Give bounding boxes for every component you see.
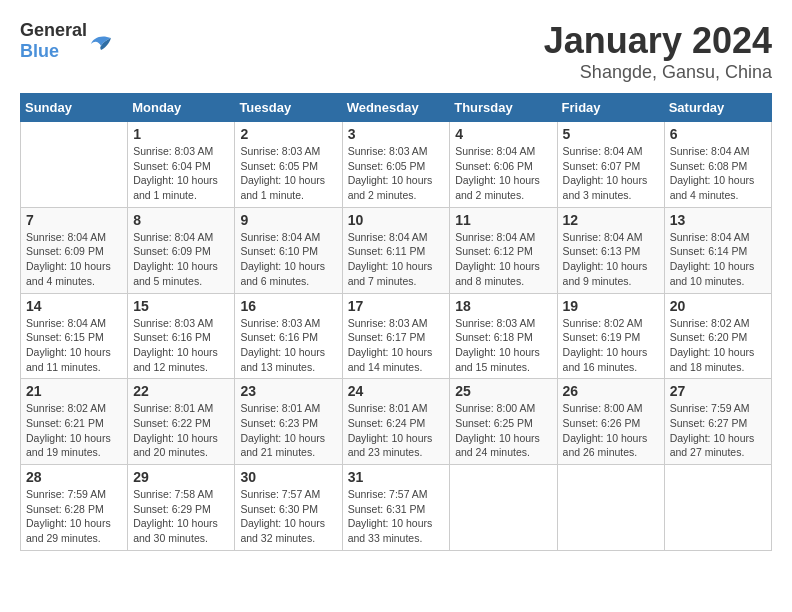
day-number: 17 (348, 298, 445, 314)
calendar-cell: 29Sunrise: 7:58 AM Sunset: 6:29 PM Dayli… (128, 465, 235, 551)
day-number: 27 (670, 383, 766, 399)
day-info: Sunrise: 8:03 AM Sunset: 6:16 PM Dayligh… (240, 316, 336, 375)
logo-bird-icon (87, 30, 115, 52)
logo-text: General Blue (20, 20, 87, 62)
day-number: 10 (348, 212, 445, 228)
day-info: Sunrise: 8:01 AM Sunset: 6:24 PM Dayligh… (348, 401, 445, 460)
calendar-cell: 6Sunrise: 8:04 AM Sunset: 6:08 PM Daylig… (664, 122, 771, 208)
weekday-header: Friday (557, 94, 664, 122)
calendar-cell: 27Sunrise: 7:59 AM Sunset: 6:27 PM Dayli… (664, 379, 771, 465)
day-info: Sunrise: 7:58 AM Sunset: 6:29 PM Dayligh… (133, 487, 229, 546)
calendar-cell: 14Sunrise: 8:04 AM Sunset: 6:15 PM Dayli… (21, 293, 128, 379)
calendar-cell: 7Sunrise: 8:04 AM Sunset: 6:09 PM Daylig… (21, 207, 128, 293)
calendar-header: SundayMondayTuesdayWednesdayThursdayFrid… (21, 94, 772, 122)
logo-general: General (20, 20, 87, 40)
day-number: 20 (670, 298, 766, 314)
day-info: Sunrise: 7:57 AM Sunset: 6:31 PM Dayligh… (348, 487, 445, 546)
page-title: January 2024 (544, 20, 772, 62)
day-info: Sunrise: 8:02 AM Sunset: 6:19 PM Dayligh… (563, 316, 659, 375)
calendar-cell: 11Sunrise: 8:04 AM Sunset: 6:12 PM Dayli… (450, 207, 557, 293)
calendar-cell: 15Sunrise: 8:03 AM Sunset: 6:16 PM Dayli… (128, 293, 235, 379)
calendar-cell: 3Sunrise: 8:03 AM Sunset: 6:05 PM Daylig… (342, 122, 450, 208)
day-info: Sunrise: 8:03 AM Sunset: 6:04 PM Dayligh… (133, 144, 229, 203)
calendar-cell: 9Sunrise: 8:04 AM Sunset: 6:10 PM Daylig… (235, 207, 342, 293)
day-info: Sunrise: 8:04 AM Sunset: 6:15 PM Dayligh… (26, 316, 122, 375)
day-info: Sunrise: 8:04 AM Sunset: 6:12 PM Dayligh… (455, 230, 551, 289)
day-number: 26 (563, 383, 659, 399)
title-area: January 2024 Shangde, Gansu, China (544, 20, 772, 83)
day-number: 22 (133, 383, 229, 399)
day-info: Sunrise: 8:03 AM Sunset: 6:05 PM Dayligh… (348, 144, 445, 203)
weekday-header: Thursday (450, 94, 557, 122)
day-number: 5 (563, 126, 659, 142)
calendar-cell: 17Sunrise: 8:03 AM Sunset: 6:17 PM Dayli… (342, 293, 450, 379)
day-number: 14 (26, 298, 122, 314)
day-number: 30 (240, 469, 336, 485)
calendar-cell: 2Sunrise: 8:03 AM Sunset: 6:05 PM Daylig… (235, 122, 342, 208)
calendar-cell: 22Sunrise: 8:01 AM Sunset: 6:22 PM Dayli… (128, 379, 235, 465)
day-number: 19 (563, 298, 659, 314)
calendar-cell: 23Sunrise: 8:01 AM Sunset: 6:23 PM Dayli… (235, 379, 342, 465)
day-info: Sunrise: 8:03 AM Sunset: 6:18 PM Dayligh… (455, 316, 551, 375)
day-number: 8 (133, 212, 229, 228)
calendar-cell: 21Sunrise: 8:02 AM Sunset: 6:21 PM Dayli… (21, 379, 128, 465)
day-info: Sunrise: 8:04 AM Sunset: 6:09 PM Dayligh… (26, 230, 122, 289)
logo: General Blue (20, 20, 115, 62)
day-number: 13 (670, 212, 766, 228)
calendar-week-row: 28Sunrise: 7:59 AM Sunset: 6:28 PM Dayli… (21, 465, 772, 551)
day-info: Sunrise: 8:04 AM Sunset: 6:06 PM Dayligh… (455, 144, 551, 203)
day-info: Sunrise: 8:03 AM Sunset: 6:16 PM Dayligh… (133, 316, 229, 375)
day-number: 12 (563, 212, 659, 228)
day-number: 29 (133, 469, 229, 485)
calendar-week-row: 1Sunrise: 8:03 AM Sunset: 6:04 PM Daylig… (21, 122, 772, 208)
day-number: 7 (26, 212, 122, 228)
calendar-cell: 28Sunrise: 7:59 AM Sunset: 6:28 PM Dayli… (21, 465, 128, 551)
day-info: Sunrise: 8:01 AM Sunset: 6:23 PM Dayligh… (240, 401, 336, 460)
day-info: Sunrise: 8:02 AM Sunset: 6:20 PM Dayligh… (670, 316, 766, 375)
calendar-week-row: 7Sunrise: 8:04 AM Sunset: 6:09 PM Daylig… (21, 207, 772, 293)
day-number: 18 (455, 298, 551, 314)
calendar-cell: 4Sunrise: 8:04 AM Sunset: 6:06 PM Daylig… (450, 122, 557, 208)
day-info: Sunrise: 8:03 AM Sunset: 6:17 PM Dayligh… (348, 316, 445, 375)
calendar-cell: 24Sunrise: 8:01 AM Sunset: 6:24 PM Dayli… (342, 379, 450, 465)
weekday-header: Tuesday (235, 94, 342, 122)
calendar-body: 1Sunrise: 8:03 AM Sunset: 6:04 PM Daylig… (21, 122, 772, 551)
day-number: 25 (455, 383, 551, 399)
calendar-cell: 16Sunrise: 8:03 AM Sunset: 6:16 PM Dayli… (235, 293, 342, 379)
day-info: Sunrise: 8:04 AM Sunset: 6:08 PM Dayligh… (670, 144, 766, 203)
calendar-cell: 30Sunrise: 7:57 AM Sunset: 6:30 PM Dayli… (235, 465, 342, 551)
day-info: Sunrise: 8:04 AM Sunset: 6:10 PM Dayligh… (240, 230, 336, 289)
page-subtitle: Shangde, Gansu, China (544, 62, 772, 83)
calendar-cell: 19Sunrise: 8:02 AM Sunset: 6:19 PM Dayli… (557, 293, 664, 379)
day-number: 28 (26, 469, 122, 485)
day-number: 4 (455, 126, 551, 142)
day-info: Sunrise: 7:59 AM Sunset: 6:28 PM Dayligh… (26, 487, 122, 546)
calendar-week-row: 14Sunrise: 8:04 AM Sunset: 6:15 PM Dayli… (21, 293, 772, 379)
day-number: 3 (348, 126, 445, 142)
calendar-week-row: 21Sunrise: 8:02 AM Sunset: 6:21 PM Dayli… (21, 379, 772, 465)
day-info: Sunrise: 8:04 AM Sunset: 6:13 PM Dayligh… (563, 230, 659, 289)
weekday-header: Sunday (21, 94, 128, 122)
day-info: Sunrise: 8:04 AM Sunset: 6:07 PM Dayligh… (563, 144, 659, 203)
calendar-cell: 25Sunrise: 8:00 AM Sunset: 6:25 PM Dayli… (450, 379, 557, 465)
day-number: 15 (133, 298, 229, 314)
day-info: Sunrise: 8:00 AM Sunset: 6:25 PM Dayligh… (455, 401, 551, 460)
logo-blue: Blue (20, 41, 59, 61)
day-number: 21 (26, 383, 122, 399)
day-info: Sunrise: 8:03 AM Sunset: 6:05 PM Dayligh… (240, 144, 336, 203)
day-number: 9 (240, 212, 336, 228)
page-header: General Blue January 2024 Shangde, Gansu… (20, 20, 772, 83)
calendar-cell: 5Sunrise: 8:04 AM Sunset: 6:07 PM Daylig… (557, 122, 664, 208)
weekday-header: Wednesday (342, 94, 450, 122)
day-info: Sunrise: 8:00 AM Sunset: 6:26 PM Dayligh… (563, 401, 659, 460)
calendar-cell: 1Sunrise: 8:03 AM Sunset: 6:04 PM Daylig… (128, 122, 235, 208)
calendar-cell (21, 122, 128, 208)
day-number: 23 (240, 383, 336, 399)
day-number: 11 (455, 212, 551, 228)
calendar-cell: 10Sunrise: 8:04 AM Sunset: 6:11 PM Dayli… (342, 207, 450, 293)
day-number: 6 (670, 126, 766, 142)
calendar-cell: 20Sunrise: 8:02 AM Sunset: 6:20 PM Dayli… (664, 293, 771, 379)
day-number: 2 (240, 126, 336, 142)
day-number: 24 (348, 383, 445, 399)
weekday-header: Monday (128, 94, 235, 122)
